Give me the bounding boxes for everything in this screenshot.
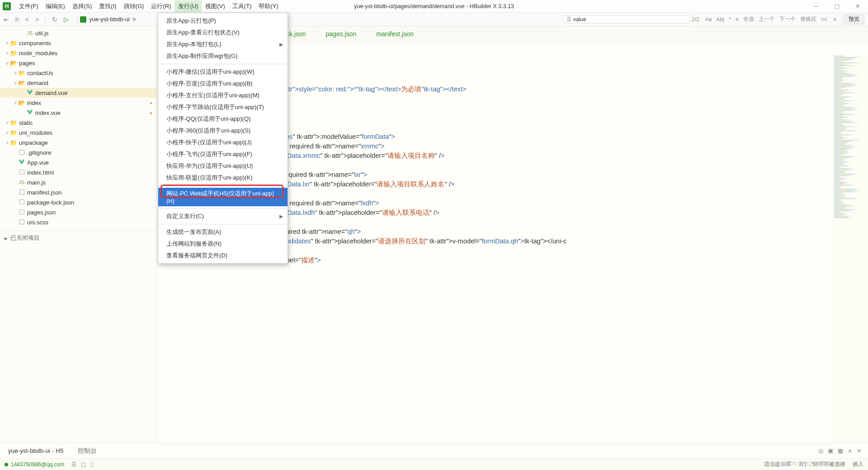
dropdown-item[interactable]: 原生App-查看云打包状态(V) bbox=[158, 27, 288, 38]
console-stop-icon[interactable]: ▣ bbox=[828, 447, 833, 454]
menu-帮助(Y)[interactable]: 帮助(Y) bbox=[255, 0, 282, 12]
status-user[interactable]: 1443750986@qq.com bbox=[11, 461, 64, 468]
dropdown-item[interactable]: 原生App-本地打包(L)▶ bbox=[158, 38, 288, 50]
dropdown-item[interactable]: 小程序-飞书(仅适用于uni-app)(F) bbox=[158, 148, 288, 160]
search-box[interactable]: ☰ bbox=[563, 15, 690, 24]
filter-icon[interactable]: ☰ bbox=[566, 16, 571, 23]
menu-跳转(G)[interactable]: 跳转(G) bbox=[120, 0, 148, 12]
dropdown-item[interactable]: 原生App-制作应用wgt包(G) bbox=[158, 50, 288, 62]
tree-item[interactable]: >📁static bbox=[0, 118, 157, 128]
minimize-button[interactable]: ─ bbox=[806, 0, 826, 13]
dropdown-item[interactable]: 原生App-云打包(P) bbox=[158, 15, 288, 27]
search-close[interactable]: × bbox=[830, 16, 840, 23]
dropdown-item[interactable]: 查看服务端网页文件(D) bbox=[158, 250, 288, 261]
tree-item[interactable]: v📂pages bbox=[0, 58, 157, 68]
dropdown-item[interactable]: 自定义发行(C)▶ bbox=[158, 210, 288, 222]
dropdown-item[interactable]: 网站-PC Web或手机H5(仅适用于uni-app)(H) bbox=[158, 188, 288, 206]
preview-button[interactable]: 预览 bbox=[844, 14, 864, 24]
file-explorer[interactable]: JSutil.js>📁components>📁node_modulesv📂pag… bbox=[0, 26, 157, 443]
breadcrumb[interactable]: yue-yst-bbdb-ui > bbox=[77, 16, 136, 23]
toolbar: ⇤ ⎘ < > ↻ ▷ yue-yst-bbdb-ui > ☰ 2/2 Aa A… bbox=[0, 13, 868, 26]
run-icon[interactable]: ▷ bbox=[64, 16, 69, 23]
search-select-all[interactable]: 全选 bbox=[742, 15, 755, 23]
tree-item[interactable]: uni.scss bbox=[0, 217, 157, 227]
dropdown-item[interactable]: 小程序-QQ(仅适用于uni-app)(Q) bbox=[158, 113, 288, 125]
minimap[interactable] bbox=[832, 55, 868, 443]
tree-item[interactable]: >📁node_modules bbox=[0, 48, 157, 58]
menu-编辑(E)[interactable]: 编辑(E) bbox=[42, 0, 69, 12]
search-next[interactable]: 下一个 bbox=[778, 15, 797, 23]
console-tab[interactable]: 控制台 bbox=[76, 444, 99, 458]
search-input[interactable] bbox=[573, 16, 687, 23]
status-box-icon[interactable]: ▢ bbox=[81, 461, 86, 468]
tree-item[interactable]: >📁components bbox=[0, 38, 157, 48]
menu-文件(F)[interactable]: 文件(F) bbox=[15, 0, 42, 12]
menu-视图(V)[interactable]: 视图(V) bbox=[202, 0, 228, 12]
menu-查找(I)[interactable]: 查找(I) bbox=[95, 0, 120, 12]
console-close-icon[interactable]: ✕ bbox=[857, 447, 862, 454]
dropdown-item[interactable]: 小程序-支付宝(仅适用于uni-app)(M) bbox=[158, 90, 288, 101]
tree-item[interactable]: index.vue● bbox=[0, 108, 157, 118]
tree-item[interactable]: demand.vue bbox=[0, 88, 157, 98]
menu-运行(R)[interactable]: 运行(R) bbox=[147, 0, 175, 12]
editor-tab[interactable]: pages.json bbox=[317, 27, 366, 42]
status-list-icon[interactable]: ☰ bbox=[71, 461, 76, 468]
console-tab[interactable]: yue-yst-bbdb-ui - H5 bbox=[6, 445, 65, 457]
menu-工具(T)[interactable]: 工具(T) bbox=[229, 0, 255, 12]
tree-item[interactable]: v📂index● bbox=[0, 98, 157, 108]
dropdown-item[interactable]: 小程序-360(仅适用于uni-app)(S) bbox=[158, 125, 288, 137]
tree-item[interactable]: index.html bbox=[0, 167, 157, 177]
dropdown-item[interactable]: 小程序-快手(仅适用于uni-app)(J) bbox=[158, 137, 288, 148]
dropdown-item[interactable]: 生成统一发布页面(A) bbox=[158, 226, 288, 238]
search-prev[interactable]: 上一个 bbox=[757, 15, 776, 23]
nav-back-icon[interactable]: < bbox=[25, 16, 29, 23]
console-bar: yue-yst-bbdb-ui - H5控制台 ◎ ▣ ▦ ∧ ✕ bbox=[0, 443, 868, 458]
tree-label: demand bbox=[27, 80, 48, 86]
tree-label: node_modules bbox=[19, 50, 57, 57]
open-file-icon[interactable]: ⎘ bbox=[15, 16, 19, 23]
tree-item[interactable]: >📁uni_modules bbox=[0, 128, 157, 138]
tree-item[interactable]: package-lock.json bbox=[0, 197, 157, 207]
tree-label: demand.vue bbox=[35, 90, 68, 96]
search-opt-word[interactable]: Ab| bbox=[715, 16, 726, 23]
dropdown-item[interactable]: 小程序-字节跳动(仅适用于uni-app)(T) bbox=[158, 101, 288, 113]
breadcrumb-root: yue-yst-bbdb-ui bbox=[89, 16, 130, 23]
menu-发行(U)[interactable]: 发行(U) bbox=[175, 0, 202, 12]
tree-item[interactable]: pages.json bbox=[0, 207, 157, 217]
close-button[interactable]: ✕ bbox=[847, 0, 868, 13]
console-target-icon[interactable]: ◎ bbox=[818, 447, 823, 454]
dropdown-item[interactable]: 小程序-微信(仅适用于uni-app)(W) bbox=[158, 66, 288, 78]
search-opt-case[interactable]: Aa bbox=[704, 16, 713, 23]
search-opt-regex[interactable]: * bbox=[727, 16, 732, 23]
search-replace-area[interactable]: 替换区 bbox=[799, 15, 818, 23]
dropdown-item[interactable]: 小程序-百度(仅适用于uni-app)(B) bbox=[158, 78, 288, 90]
tree-item[interactable]: >📁contactUs bbox=[0, 68, 157, 78]
status-terminal-icon[interactable]: ⌷ bbox=[90, 461, 94, 468]
tree-item[interactable]: manifest.json bbox=[0, 187, 157, 197]
tree-item[interactable]: v📂demand bbox=[0, 78, 157, 88]
closed-projects[interactable]: ▸已关闭项目 bbox=[0, 231, 157, 245]
tree-item[interactable]: JSutil.js bbox=[0, 28, 157, 38]
dropdown-item[interactable]: 快应用-华为(仅适用于uni-app)(U) bbox=[158, 160, 288, 172]
search-area: ☰ 2/2 Aa Ab| * ≡ 全选 上一个 下一个 替换区 << × 预览 bbox=[563, 14, 864, 24]
menu-选择(S)[interactable]: 选择(S) bbox=[69, 0, 95, 12]
dropdown-item[interactable]: 上传网站到服务器(N) bbox=[158, 238, 288, 250]
collapse-icon[interactable]: ⇤ bbox=[4, 16, 9, 23]
maximize-button[interactable]: ▢ bbox=[826, 0, 847, 13]
console-up-icon[interactable]: ∧ bbox=[848, 447, 852, 454]
editor-tab[interactable]: manifest.json bbox=[367, 27, 422, 42]
tree-item[interactable]: .gitignore bbox=[0, 147, 157, 157]
tree-item[interactable]: App.vue bbox=[0, 157, 157, 167]
vue-icon bbox=[26, 109, 33, 116]
tree-item[interactable]: JSmain.js bbox=[0, 177, 157, 187]
refresh-icon[interactable]: ↻ bbox=[52, 16, 57, 23]
search-opt-lines[interactable]: ≡ bbox=[734, 16, 740, 23]
app-logo: H bbox=[3, 2, 11, 10]
status-insert-mode[interactable]: 插入 bbox=[853, 461, 863, 468]
tree-label: pages.json bbox=[27, 209, 56, 216]
nav-forward-icon[interactable]: > bbox=[35, 16, 39, 23]
dropdown-item[interactable]: 快应用-联盟(仅适用于uni-app)(K) bbox=[158, 172, 288, 184]
search-arrows[interactable]: << bbox=[820, 16, 829, 23]
console-picture-icon[interactable]: ▦ bbox=[838, 447, 843, 454]
tree-item[interactable]: >📁unpackage bbox=[0, 138, 157, 147]
